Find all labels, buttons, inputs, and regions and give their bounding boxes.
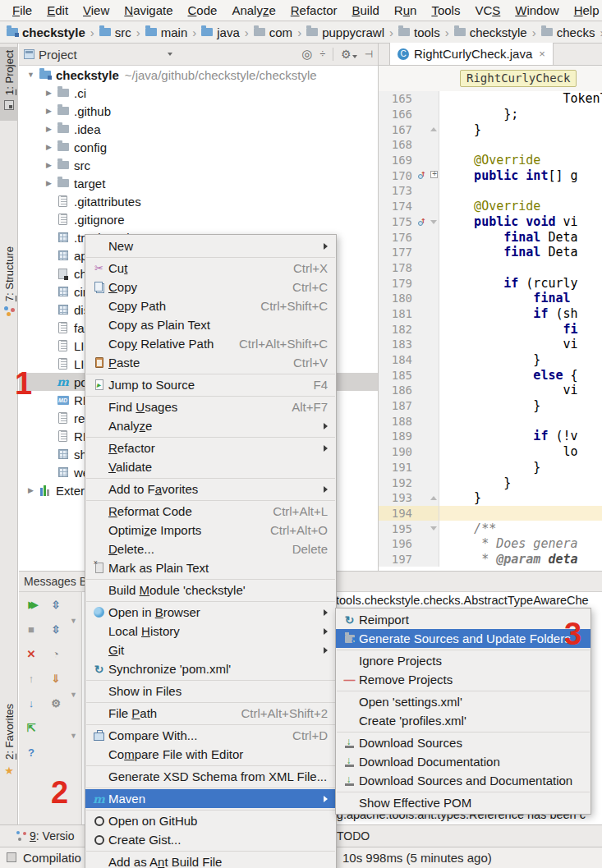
down-arrow-icon[interactable]: ↓ xyxy=(24,696,39,710)
fold-marker-icon[interactable] xyxy=(430,126,438,133)
context-menu-item-mark-as-plain-text[interactable]: Mark as Plain Text xyxy=(85,558,336,577)
menubar-item-navigate[interactable]: Navigate xyxy=(117,0,180,21)
breadcrumb-item-com[interactable]: com xyxy=(254,25,292,39)
maven-menu-item-download-sources[interactable]: Download Sources xyxy=(336,733,591,752)
maven-menu-item-show-effective-pom[interactable]: Show Effective POM xyxy=(336,793,591,812)
context-menu-item-optimize-imports[interactable]: Optimize ImportsCtrl+Alt+O xyxy=(85,521,336,540)
maven-menu-item-remove-projects[interactable]: —Remove Projects xyxy=(336,670,591,689)
context-menu-item-local-history[interactable]: Local History xyxy=(85,622,336,641)
context-menu-item-show-in-files[interactable]: Show in Files xyxy=(85,682,336,700)
context-menu-item-compare-with[interactable]: Compare With...Ctrl+D xyxy=(85,726,336,745)
context-menu-item-jump-to-source[interactable]: Jump to SourceF4 xyxy=(85,375,336,394)
maven-menu-item-download-documentation[interactable]: Download Documentation xyxy=(336,752,591,771)
breadcrumb-item-main[interactable]: main xyxy=(145,25,188,39)
breadcrumb-item-checkstyle[interactable]: checkstyle xyxy=(7,25,85,39)
tree-expand-icon[interactable]: ▶ xyxy=(42,89,56,97)
maven-menu-item-open-settings-xml[interactable]: Open 'settings.xml' xyxy=(336,692,591,711)
toolwindow-button-todo[interactable]: TODO xyxy=(337,829,370,843)
up-arrow-icon[interactable]: ↑ xyxy=(24,671,39,686)
tree-item-checkstyle[interactable]: ▼checkstyle~/java/github/checkstyle/chec… xyxy=(19,66,378,84)
maven-menu-item-create-profiles-xml[interactable]: Create 'profiles.xml' xyxy=(336,711,591,730)
tree-expand-icon[interactable]: ▶ xyxy=(42,161,56,169)
menubar-item-run[interactable]: Run xyxy=(387,0,425,21)
tree-item-target[interactable]: ▶target xyxy=(19,174,378,192)
menubar-item-vcs[interactable]: VCS xyxy=(467,0,508,21)
tree-item-gitattributes[interactable]: .gitattributes xyxy=(19,192,378,210)
context-menu-item-copy[interactable]: CopyCtrl+C xyxy=(85,278,336,296)
toolwindow-button-version-control[interactable]: 9: Versio xyxy=(30,829,75,843)
editor-tab-rightcurlycheck[interactable]: C RightCurlyCheck.java × xyxy=(389,43,554,65)
context-menu-item-cut[interactable]: ✂CutCtrl+X xyxy=(85,259,336,278)
menubar-item-file[interactable]: File xyxy=(5,0,39,21)
breadcrumb-item-src[interactable]: src xyxy=(99,25,131,39)
fold-marker-icon[interactable] xyxy=(430,218,438,226)
breadcrumb-item-checks[interactable]: checks xyxy=(541,25,595,39)
rerun-icon[interactable]: ▶▶ xyxy=(24,597,39,612)
context-menu-item-paste[interactable]: PasteCtrl+V xyxy=(85,353,336,372)
breadcrumb-item-tools[interactable]: tools xyxy=(398,25,440,39)
breadcrumb-item-java[interactable]: java xyxy=(201,25,240,39)
fold-marker-icon[interactable] xyxy=(430,171,438,178)
context-menu-item-copy-as-plain-text[interactable]: Copy as Plain Text xyxy=(85,315,336,334)
tree-expand-icon[interactable]: ▶ xyxy=(42,143,56,151)
context-menu-item-open-on-github[interactable]: Open on GitHub xyxy=(85,811,336,830)
maven-menu-item-reimport[interactable]: ↻Reimport xyxy=(336,610,591,629)
context-menu-item-build-module-checkstyle[interactable]: Build Module 'checkstyle' xyxy=(85,581,336,599)
console-expander-icon[interactable]: ▼ xyxy=(70,617,77,625)
hide-panel-icon[interactable]: ⊣ xyxy=(365,48,373,60)
toolwindow-button-project[interactable]: 1: Project xyxy=(0,47,18,121)
toolwindow-button-favorites[interactable]: 2: Favorites ★ xyxy=(0,700,18,792)
tree-item-idea[interactable]: ▶.idea xyxy=(19,120,378,138)
context-menu-item-compare-file-with-editor[interactable]: Compare File with Editor xyxy=(85,745,336,764)
context-menu-item-open-in-browser[interactable]: Open in Browser xyxy=(85,603,336,622)
maven-menu-item-download-sources-and-documentation[interactable]: Download Sources and Documentation xyxy=(336,771,591,790)
tree-expand-icon[interactable]: ▶ xyxy=(42,107,56,115)
class-breadcrumb-chip[interactable]: RightCurlyCheck xyxy=(460,70,577,87)
menubar-item-analyze[interactable]: Analyze xyxy=(224,0,283,21)
tree-item-ci[interactable]: ▶.ci xyxy=(19,84,378,102)
close-icon[interactable]: ✕ xyxy=(24,646,39,661)
context-menu-item-generate-xsd-schema-from-xml-file[interactable]: Generate XSD Schema from XML File... xyxy=(85,767,336,786)
context-menu-item-copy-relative-path[interactable]: Copy Relative PathCtrl+Alt+Shift+C xyxy=(85,334,336,353)
menubar-item-view[interactable]: View xyxy=(76,0,117,21)
tree-item-config[interactable]: ▶config xyxy=(19,138,378,156)
tree-expand-icon[interactable]: ▶ xyxy=(42,125,56,133)
stop-icon[interactable]: ■ xyxy=(24,622,39,636)
context-menu-item-find-usages[interactable]: Find UsagesAlt+F7 xyxy=(85,397,336,416)
context-menu-item-reformat-code[interactable]: Reformat CodeCtrl+Alt+L xyxy=(85,502,336,521)
menubar-item-help[interactable]: Help xyxy=(567,0,602,21)
context-menu-item-add-to-favorites[interactable]: Add to Favorites xyxy=(85,480,336,498)
help-icon[interactable]: ? xyxy=(24,745,39,760)
console-expander-icon[interactable]: ▼ xyxy=(70,732,77,740)
context-menu-item-maven[interactable]: mMaven xyxy=(85,789,336,808)
collapse-all-icon[interactable]: ⇳ xyxy=(48,622,63,636)
menubar-item-tools[interactable]: Tools xyxy=(424,0,467,21)
tree-expand-icon[interactable]: ▶ xyxy=(42,179,56,187)
fold-marker-icon[interactable] xyxy=(430,525,438,532)
maven-menu-item-ignore-projects[interactable]: Ignore Projects xyxy=(336,651,591,670)
context-menu-item-refactor[interactable]: Refactor xyxy=(85,439,336,457)
tree-expand-icon[interactable]: ▼ xyxy=(24,71,38,79)
context-menu-item-new[interactable]: New xyxy=(85,237,336,255)
code-area[interactable]: 165 TokenT166 };167 }168169 @Override170… xyxy=(379,91,602,567)
download-tray-icon[interactable]: ⇓ xyxy=(48,671,63,686)
breadcrumb-item-checkstyle[interactable]: checkstyle xyxy=(454,25,527,39)
toolwindow-button-structure[interactable]: 7: Structure xyxy=(0,243,18,333)
context-menu-item-delete[interactable]: Delete...Delete xyxy=(85,540,336,558)
tree-expand-icon[interactable]: ▶ xyxy=(24,486,38,494)
tree-item-github[interactable]: ▶.github xyxy=(19,102,378,120)
context-menu-item-add-as-ant-build-file[interactable]: Add as Ant Build File xyxy=(85,852,336,868)
fold-marker-icon[interactable] xyxy=(430,494,438,502)
override-marker-icon[interactable] xyxy=(418,170,427,179)
export-icon[interactable]: ⇱ xyxy=(24,720,39,735)
tree-item-gitignore[interactable]: .gitignore xyxy=(19,210,378,228)
context-menu-item-copy-path[interactable]: Copy PathCtrl+Shift+C xyxy=(85,296,336,315)
project-view-dropdown-icon[interactable] xyxy=(168,53,172,56)
context-menu-item-analyze[interactable]: Analyze xyxy=(85,416,336,435)
context-menu-item-git[interactable]: Git xyxy=(85,641,336,659)
tree-item-src[interactable]: ▶src xyxy=(19,156,378,174)
context-menu-item-synchronize-pom-xml[interactable]: ↻Synchronize 'pom.xml' xyxy=(85,659,336,678)
menubar-item-code[interactable]: Code xyxy=(181,0,225,21)
settings-icon[interactable]: ⚙ xyxy=(341,48,357,61)
override-marker-icon[interactable] xyxy=(418,217,427,226)
